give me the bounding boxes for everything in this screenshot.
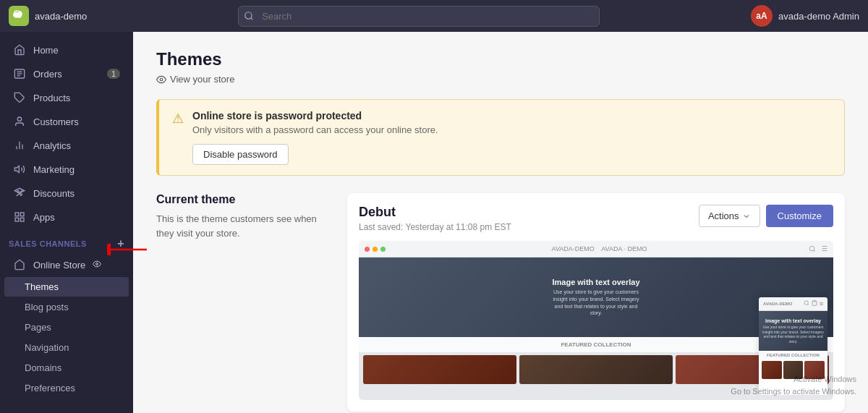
preview-product-1 bbox=[363, 355, 516, 384]
mobile-product-2 bbox=[783, 361, 804, 379]
navigation-label: Navigation bbox=[25, 342, 69, 353]
topbar-right: aA avada-demo Admin bbox=[751, 5, 859, 27]
theme-card: Debut Last saved: Yesterday at 11:08 pm … bbox=[347, 193, 845, 412]
page-title: Themes bbox=[156, 49, 845, 69]
sidebar-item-online-store[interactable]: Online Store bbox=[4, 253, 129, 276]
theme-preview: AVADA-DEMO AVADA · DEMO ☰ Image with tex… bbox=[359, 241, 833, 400]
sidebar-item-apps-label: Apps bbox=[33, 212, 55, 223]
sidebar-item-orders[interactable]: Orders 1 bbox=[4, 62, 129, 85]
sidebar-item-home[interactable]: Home bbox=[4, 38, 129, 61]
search-bar[interactable] bbox=[238, 6, 600, 27]
preview-hero-title: Image with text overlay bbox=[549, 278, 643, 286]
sidebar-item-discounts-label: Discounts bbox=[33, 188, 75, 199]
sidebar-subitem-pages[interactable]: Pages bbox=[4, 318, 129, 337]
mobile-hero: Image with text overlay Use your store t… bbox=[759, 311, 827, 351]
mobile-featured: FEATURED COLLECTION bbox=[759, 351, 827, 359]
sidebar-item-discounts[interactable]: Discounts bbox=[4, 182, 129, 205]
view-store-text: View your store bbox=[170, 74, 234, 85]
shopify-logo bbox=[9, 6, 29, 26]
svg-line-1 bbox=[251, 18, 253, 20]
sidebar-item-marketing-label: Marketing bbox=[33, 164, 75, 175]
themes-label: Themes bbox=[25, 281, 59, 292]
sidebar-subitem-blog-posts[interactable]: Blog posts bbox=[4, 297, 129, 317]
search-icon-mobile bbox=[804, 300, 809, 306]
sidebar-item-products-label: Products bbox=[33, 93, 70, 103]
current-theme-info: Current theme This is the theme customer… bbox=[156, 193, 330, 412]
online-store-label: Online Store bbox=[33, 260, 85, 271]
sidebar-item-home-label: Home bbox=[33, 45, 59, 56]
mobile-hero-text: Image with text overlay Use your store t… bbox=[759, 315, 827, 346]
add-sales-channel-button[interactable]: + bbox=[117, 238, 124, 250]
sidebar-subitem-preferences[interactable]: Preferences bbox=[4, 378, 129, 398]
orders-badge: 1 bbox=[107, 69, 120, 79]
mobile-hero-desc: Use your store to give your customers in… bbox=[762, 325, 825, 344]
online-store-icon bbox=[13, 258, 26, 271]
search-icon bbox=[244, 11, 254, 21]
main-layout: Home Orders 1 Products Customers A bbox=[0, 32, 868, 413]
svg-rect-17 bbox=[20, 218, 24, 221]
chevron-down-icon bbox=[742, 212, 751, 221]
sidebar-item-apps[interactable]: Apps bbox=[4, 205, 129, 229]
svg-point-22 bbox=[809, 246, 814, 251]
view-store-link[interactable]: View your store bbox=[156, 74, 845, 85]
blog-posts-label: Blog posts bbox=[25, 302, 69, 312]
mobile-store-name: AVADA-DEMO bbox=[763, 302, 801, 306]
bag-icon-mobile bbox=[812, 300, 817, 306]
sidebar-subitem-themes[interactable]: Themes bbox=[4, 277, 129, 297]
svg-point-0 bbox=[245, 12, 252, 19]
browser-url: AVADA-DEMO AVADA · DEMO bbox=[393, 245, 806, 252]
orders-icon bbox=[13, 67, 26, 80]
marketing-icon bbox=[13, 163, 26, 176]
admin-name: avada-demo Admin bbox=[778, 11, 859, 22]
preview-hero-desc: Use your store to give your customers in… bbox=[549, 289, 643, 317]
svg-point-19 bbox=[96, 263, 98, 265]
sales-channels-header: SALES CHANNELS + bbox=[0, 229, 133, 252]
eye-icon[interactable] bbox=[93, 260, 101, 271]
warning-icon: ⚠ bbox=[172, 111, 184, 127]
sidebar-item-analytics-label: Analytics bbox=[33, 140, 71, 151]
mobile-icons: ≡ bbox=[804, 300, 823, 307]
sidebar-subitem-domains[interactable]: Domains bbox=[4, 358, 129, 378]
actions-button[interactable]: Actions bbox=[699, 205, 760, 227]
customers-icon bbox=[13, 115, 26, 128]
search-icon bbox=[809, 245, 816, 252]
store-name: avada-demo bbox=[35, 11, 87, 22]
svg-rect-16 bbox=[20, 213, 24, 216]
sidebar: Home Orders 1 Products Customers A bbox=[0, 32, 133, 413]
preview-body: Image with text overlay Use your store t… bbox=[359, 257, 833, 395]
sidebar-item-marketing[interactable]: Marketing bbox=[4, 158, 129, 181]
sidebar-item-customers[interactable]: Customers bbox=[4, 110, 129, 133]
svg-line-25 bbox=[807, 305, 808, 305]
svg-point-21 bbox=[160, 78, 163, 81]
sidebar-item-products[interactable]: Products bbox=[4, 86, 129, 109]
mobile-preview: AVADA-DEMO ≡ Image with text overlay bbox=[759, 297, 827, 395]
pages-label: Pages bbox=[25, 322, 51, 333]
mobile-product-1 bbox=[762, 361, 782, 379]
home-icon bbox=[13, 43, 26, 56]
search-input[interactable] bbox=[238, 6, 600, 27]
sidebar-item-analytics[interactable]: Analytics bbox=[4, 134, 129, 157]
mobile-products bbox=[759, 359, 827, 380]
sidebar-subitem-navigation[interactable]: Navigation bbox=[4, 338, 129, 357]
customize-button[interactable]: Customize bbox=[766, 205, 833, 227]
warning-title: Online store is password protected bbox=[192, 110, 438, 122]
preview-hero-text: Image with text overlay Use your store t… bbox=[549, 278, 643, 317]
analytics-icon bbox=[13, 139, 26, 152]
warning-content: Online store is password protected Only … bbox=[192, 110, 438, 165]
apps-icon bbox=[13, 210, 26, 223]
current-theme-description: This is the theme customers see when the… bbox=[156, 212, 330, 240]
theme-section: Current theme This is the theme customer… bbox=[156, 193, 845, 412]
content-area: Themes View your store ⚠ Online store is… bbox=[133, 32, 868, 413]
topbar: avada-demo aA avada-demo Admin bbox=[0, 0, 868, 32]
preview-product-2 bbox=[519, 355, 673, 384]
warning-banner: ⚠ Online store is password protected Onl… bbox=[156, 99, 845, 176]
disable-password-button[interactable]: Disable password bbox=[192, 144, 289, 165]
preferences-label: Preferences bbox=[25, 383, 75, 393]
avatar: aA bbox=[751, 5, 773, 27]
svg-point-7 bbox=[17, 117, 21, 121]
discounts-icon bbox=[13, 187, 26, 200]
svg-marker-11 bbox=[14, 166, 19, 172]
warning-description: Only visitors with a password can access… bbox=[192, 124, 438, 135]
theme-card-actions: Actions Customize bbox=[699, 205, 833, 227]
theme-card-info: Debut Last saved: Yesterday at 11:08 pm … bbox=[359, 205, 511, 232]
